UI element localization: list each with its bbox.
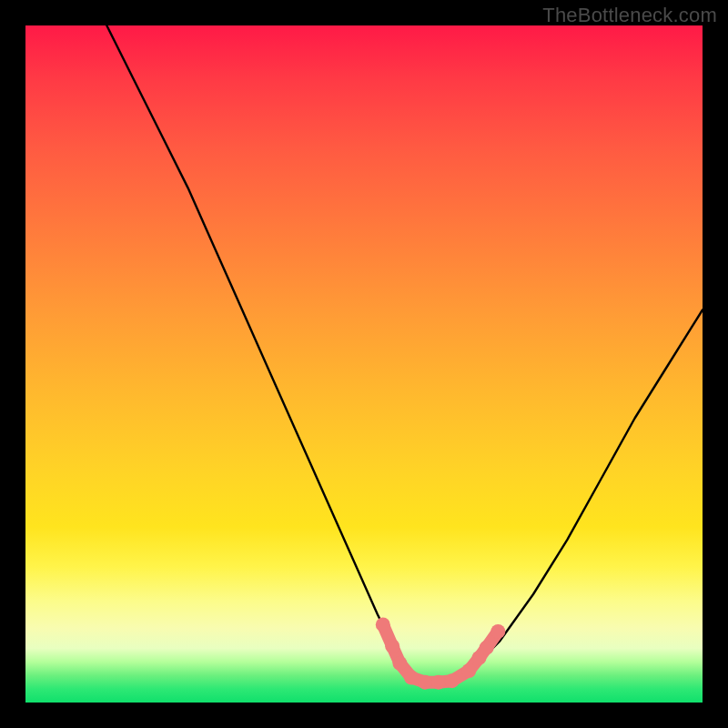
- marker-dot: [404, 671, 419, 685]
- watermark-text: TheBottleneck.com: [542, 4, 717, 27]
- curve-layer: [25, 25, 703, 703]
- marker-dot: [418, 675, 432, 690]
- chart-frame: TheBottleneck.com: [0, 0, 728, 728]
- marker-dot: [445, 673, 460, 688]
- marker-dot: [490, 624, 505, 639]
- marker-dot: [385, 639, 399, 653]
- bottleneck-curve: [106, 25, 703, 682]
- marker-dot: [461, 663, 476, 678]
- plot-area: [25, 25, 703, 703]
- marker-dot: [431, 675, 446, 690]
- marker-dot: [392, 656, 407, 671]
- marker-dot: [480, 641, 494, 655]
- marker-dot: [376, 617, 390, 632]
- marker-group: [376, 617, 506, 689]
